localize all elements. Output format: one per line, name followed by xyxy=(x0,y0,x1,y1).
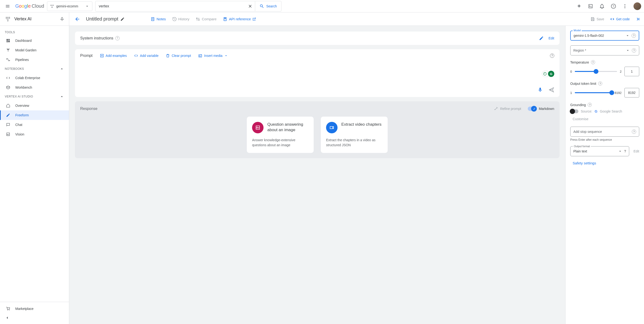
help-button[interactable]: ? xyxy=(609,2,618,11)
sidebar-item-dashboard[interactable]: Dashboard xyxy=(0,36,69,45)
temperature-slider[interactable] xyxy=(575,71,617,72)
grounding-switch[interactable] xyxy=(570,109,578,113)
token-slider[interactable] xyxy=(575,92,612,93)
example-card-qa-image[interactable]: Question answering about an image Answer… xyxy=(247,117,314,153)
logo-cloud-text: Cloud xyxy=(32,3,44,9)
grammarly-suggestion-chip[interactable] xyxy=(542,71,548,77)
chat-icon xyxy=(6,123,10,127)
edit-system-instructions[interactable]: Edit xyxy=(539,36,554,41)
notebooks-section-header[interactable]: NOTEBOOKS xyxy=(0,65,69,73)
tab-history[interactable]: History xyxy=(172,17,190,22)
mic-button[interactable] xyxy=(538,87,543,93)
customise-button[interactable]: Customise xyxy=(573,117,639,121)
send-icon xyxy=(548,87,554,93)
refine-prompt-button[interactable]: Refine prompt xyxy=(494,107,521,111)
code-icon xyxy=(610,17,615,22)
help-icon[interactable]: ? xyxy=(598,82,602,86)
save-button[interactable]: Save xyxy=(590,17,604,22)
grammarly-icon-chip[interactable]: G xyxy=(548,71,554,77)
search-input-wrap xyxy=(96,4,246,8)
region-selector[interactable]: Region * ? xyxy=(570,45,639,56)
workbench-icon xyxy=(6,85,10,90)
sidebar-item-label: Dashboard xyxy=(15,39,32,43)
video-icon xyxy=(326,122,338,133)
project-selector[interactable]: gemini-ecomm xyxy=(47,2,92,11)
tab-api-reference[interactable]: API reference xyxy=(223,17,256,22)
help-icon[interactable]: ? xyxy=(632,48,636,53)
menu-button[interactable] xyxy=(3,2,12,11)
mic-icon xyxy=(538,87,543,93)
example-title: Question answering about an image xyxy=(267,122,308,133)
help-icon: ? xyxy=(611,4,616,9)
arrow-back-icon xyxy=(74,16,80,22)
temperature-label: Temperature ? xyxy=(570,60,639,64)
get-code-button[interactable]: Get code xyxy=(610,17,630,22)
account-avatar[interactable] xyxy=(634,3,641,10)
sidebar-item-colab[interactable]: Colab Enterprise xyxy=(0,73,69,83)
notifications-button[interactable] xyxy=(597,2,607,11)
search-input[interactable] xyxy=(99,4,242,8)
back-button[interactable] xyxy=(73,15,82,24)
sidebar-item-pipelines[interactable]: Pipelines xyxy=(0,55,69,65)
send-button[interactable] xyxy=(548,87,554,93)
help-icon[interactable]: ? xyxy=(591,60,595,64)
cloud-shell-button[interactable] xyxy=(586,2,595,11)
more-vert-icon xyxy=(622,4,628,9)
help-icon[interactable]: ? xyxy=(632,34,636,38)
sidebar-item-model-garden[interactable]: Model Garden xyxy=(0,45,69,55)
slider-max: 8192 xyxy=(615,91,622,95)
grounding-gs-label: Google Search xyxy=(600,109,622,113)
pin-button[interactable] xyxy=(60,17,64,21)
sidebar-item-chat[interactable]: Chat xyxy=(0,120,69,130)
history-icon xyxy=(172,17,177,22)
sidebar-item-freeform[interactable]: Freeform xyxy=(0,110,69,120)
search-container: Search xyxy=(95,1,282,12)
example-card-video-chapters[interactable]: Extract video chapters Extract the chapt… xyxy=(321,117,388,153)
slider-min: 1 xyxy=(570,91,572,95)
prompt-input-area[interactable]: G xyxy=(80,58,554,85)
content: Untitled prompt Notes History Compare xyxy=(69,13,644,324)
add-examples-button[interactable]: Add examples xyxy=(100,54,127,58)
help-icon[interactable]: ? xyxy=(624,149,626,153)
sidebar-item-vision[interactable]: Vision xyxy=(0,130,69,139)
project-icon xyxy=(50,4,54,8)
gemini-button[interactable] xyxy=(574,2,584,11)
canvas: System instructions ? Edit Prompt xyxy=(69,26,565,324)
model-selector[interactable]: gemini-1.5-flash-002 ? xyxy=(570,31,639,41)
tab-notes[interactable]: Notes xyxy=(150,17,166,22)
insert-media-button[interactable]: Insert media xyxy=(198,54,228,58)
edit-icon[interactable] xyxy=(120,17,124,21)
search-clear-button[interactable] xyxy=(246,4,255,9)
sidebar-item-overview[interactable]: Overview xyxy=(0,101,69,110)
markdown-toggle[interactable]: ✓ Markdown xyxy=(528,107,554,111)
help-icon[interactable]: ? xyxy=(632,130,636,134)
model-field: Model gemini-1.5-flash-002 ? xyxy=(570,31,639,41)
tools-section-label: TOOLS xyxy=(5,31,15,34)
prompt-help-icon[interactable]: ? xyxy=(550,54,554,58)
search-button[interactable]: Search xyxy=(255,1,281,11)
temperature-slider-row: 0 2 1 xyxy=(570,67,639,76)
add-variable-button[interactable]: Add variable xyxy=(134,54,158,58)
safety-settings-link[interactable]: Safety settings xyxy=(573,161,639,165)
svg-point-6 xyxy=(624,6,626,7)
temperature-input[interactable]: 1 xyxy=(624,67,639,76)
tab-compare[interactable]: Compare xyxy=(196,17,216,22)
sidebar-item-marketplace[interactable]: Marketplace xyxy=(0,304,69,313)
top-bar: Google Cloud gemini-ecomm Search ? xyxy=(0,0,644,13)
sidebar-item-workbench[interactable]: Workbench xyxy=(0,83,69,92)
output-format-selector[interactable]: Output format Plain text ? xyxy=(570,146,629,156)
stop-sequence-input[interactable]: Add stop sequence ? xyxy=(570,127,639,137)
image-icon xyxy=(252,122,264,133)
terminal-icon xyxy=(588,4,593,9)
studio-section-header[interactable]: VERTEX AI STUDIO xyxy=(0,92,69,101)
clear-prompt-button[interactable]: Clear prompt xyxy=(166,54,191,58)
token-input[interactable]: 8192 xyxy=(624,88,639,98)
collapse-sidebar-button[interactable] xyxy=(0,313,69,322)
more-button[interactable] xyxy=(620,2,630,11)
help-icon[interactable]: ? xyxy=(588,103,592,107)
expand-panel-button[interactable] xyxy=(636,17,640,22)
sidebar-item-label: Chat xyxy=(15,123,22,127)
help-icon[interactable]: ? xyxy=(115,36,120,40)
external-link-icon xyxy=(252,17,256,21)
google-cloud-logo[interactable]: Google Cloud xyxy=(15,3,44,9)
